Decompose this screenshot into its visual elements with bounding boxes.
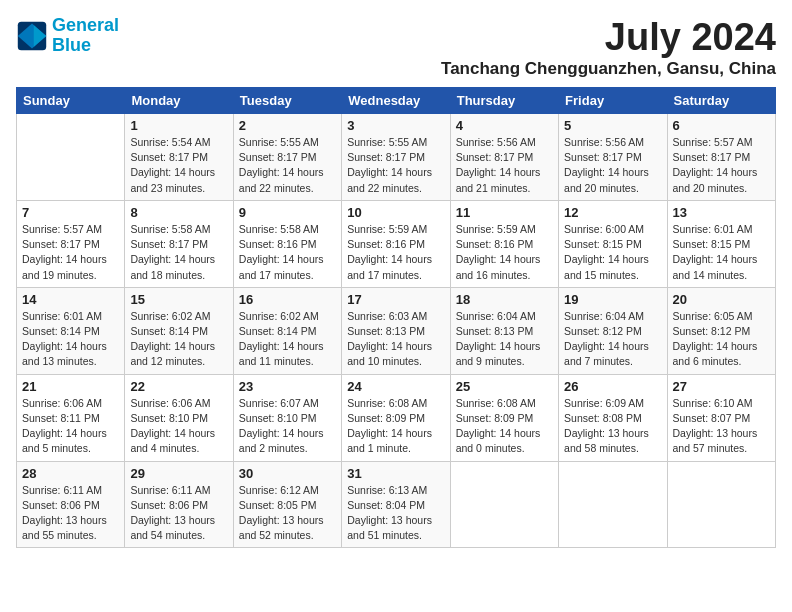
calendar-cell: 22Sunrise: 6:06 AM Sunset: 8:10 PM Dayli… <box>125 374 233 461</box>
day-detail: Sunrise: 5:57 AM Sunset: 8:17 PM Dayligh… <box>673 135 770 196</box>
calendar-cell: 16Sunrise: 6:02 AM Sunset: 8:14 PM Dayli… <box>233 287 341 374</box>
day-number: 14 <box>22 292 119 307</box>
logo-icon <box>16 20 48 52</box>
calendar-cell: 9Sunrise: 5:58 AM Sunset: 8:16 PM Daylig… <box>233 200 341 287</box>
calendar-cell: 17Sunrise: 6:03 AM Sunset: 8:13 PM Dayli… <box>342 287 450 374</box>
day-number: 9 <box>239 205 336 220</box>
calendar-week-row: 1Sunrise: 5:54 AM Sunset: 8:17 PM Daylig… <box>17 114 776 201</box>
day-detail: Sunrise: 5:56 AM Sunset: 8:17 PM Dayligh… <box>564 135 661 196</box>
day-detail: Sunrise: 5:54 AM Sunset: 8:17 PM Dayligh… <box>130 135 227 196</box>
day-number: 20 <box>673 292 770 307</box>
logo-line2: Blue <box>52 35 91 55</box>
day-detail: Sunrise: 6:13 AM Sunset: 8:04 PM Dayligh… <box>347 483 444 544</box>
calendar-cell: 8Sunrise: 5:58 AM Sunset: 8:17 PM Daylig… <box>125 200 233 287</box>
calendar-cell <box>667 461 775 548</box>
day-detail: Sunrise: 6:08 AM Sunset: 8:09 PM Dayligh… <box>347 396 444 457</box>
calendar-cell: 21Sunrise: 6:06 AM Sunset: 8:11 PM Dayli… <box>17 374 125 461</box>
calendar-cell: 1Sunrise: 5:54 AM Sunset: 8:17 PM Daylig… <box>125 114 233 201</box>
logo-text: General Blue <box>52 16 119 56</box>
day-detail: Sunrise: 6:07 AM Sunset: 8:10 PM Dayligh… <box>239 396 336 457</box>
day-number: 2 <box>239 118 336 133</box>
day-number: 23 <box>239 379 336 394</box>
calendar-cell: 3Sunrise: 5:55 AM Sunset: 8:17 PM Daylig… <box>342 114 450 201</box>
day-number: 19 <box>564 292 661 307</box>
calendar-cell: 7Sunrise: 5:57 AM Sunset: 8:17 PM Daylig… <box>17 200 125 287</box>
day-detail: Sunrise: 6:08 AM Sunset: 8:09 PM Dayligh… <box>456 396 553 457</box>
day-number: 6 <box>673 118 770 133</box>
day-number: 4 <box>456 118 553 133</box>
title-block: July 2024 Tanchang Chengguanzhen, Gansu,… <box>441 16 776 79</box>
day-number: 18 <box>456 292 553 307</box>
day-detail: Sunrise: 5:59 AM Sunset: 8:16 PM Dayligh… <box>456 222 553 283</box>
day-header-monday: Monday <box>125 88 233 114</box>
day-detail: Sunrise: 5:58 AM Sunset: 8:17 PM Dayligh… <box>130 222 227 283</box>
calendar-cell: 11Sunrise: 5:59 AM Sunset: 8:16 PM Dayli… <box>450 200 558 287</box>
day-number: 15 <box>130 292 227 307</box>
day-number: 21 <box>22 379 119 394</box>
calendar-cell: 26Sunrise: 6:09 AM Sunset: 8:08 PM Dayli… <box>559 374 667 461</box>
day-number: 22 <box>130 379 227 394</box>
calendar-cell: 28Sunrise: 6:11 AM Sunset: 8:06 PM Dayli… <box>17 461 125 548</box>
day-number: 5 <box>564 118 661 133</box>
calendar-table: SundayMondayTuesdayWednesdayThursdayFrid… <box>16 87 776 548</box>
logo: General Blue <box>16 16 119 56</box>
day-number: 11 <box>456 205 553 220</box>
day-number: 12 <box>564 205 661 220</box>
day-header-friday: Friday <box>559 88 667 114</box>
day-number: 10 <box>347 205 444 220</box>
day-number: 31 <box>347 466 444 481</box>
day-detail: Sunrise: 6:03 AM Sunset: 8:13 PM Dayligh… <box>347 309 444 370</box>
day-number: 3 <box>347 118 444 133</box>
location-title: Tanchang Chengguanzhen, Gansu, China <box>441 59 776 79</box>
day-header-thursday: Thursday <box>450 88 558 114</box>
page-header: General Blue July 2024 Tanchang Chenggua… <box>16 16 776 79</box>
calendar-week-row: 21Sunrise: 6:06 AM Sunset: 8:11 PM Dayli… <box>17 374 776 461</box>
day-number: 24 <box>347 379 444 394</box>
day-detail: Sunrise: 6:02 AM Sunset: 8:14 PM Dayligh… <box>239 309 336 370</box>
calendar-cell <box>450 461 558 548</box>
calendar-cell: 12Sunrise: 6:00 AM Sunset: 8:15 PM Dayli… <box>559 200 667 287</box>
calendar-week-row: 7Sunrise: 5:57 AM Sunset: 8:17 PM Daylig… <box>17 200 776 287</box>
day-detail: Sunrise: 6:05 AM Sunset: 8:12 PM Dayligh… <box>673 309 770 370</box>
day-detail: Sunrise: 5:55 AM Sunset: 8:17 PM Dayligh… <box>347 135 444 196</box>
day-detail: Sunrise: 5:56 AM Sunset: 8:17 PM Dayligh… <box>456 135 553 196</box>
day-number: 29 <box>130 466 227 481</box>
calendar-cell: 31Sunrise: 6:13 AM Sunset: 8:04 PM Dayli… <box>342 461 450 548</box>
day-detail: Sunrise: 5:57 AM Sunset: 8:17 PM Dayligh… <box>22 222 119 283</box>
logo-line1: General <box>52 15 119 35</box>
day-detail: Sunrise: 6:11 AM Sunset: 8:06 PM Dayligh… <box>22 483 119 544</box>
calendar-cell: 5Sunrise: 5:56 AM Sunset: 8:17 PM Daylig… <box>559 114 667 201</box>
calendar-cell: 6Sunrise: 5:57 AM Sunset: 8:17 PM Daylig… <box>667 114 775 201</box>
calendar-cell: 13Sunrise: 6:01 AM Sunset: 8:15 PM Dayli… <box>667 200 775 287</box>
calendar-cell: 20Sunrise: 6:05 AM Sunset: 8:12 PM Dayli… <box>667 287 775 374</box>
day-detail: Sunrise: 5:59 AM Sunset: 8:16 PM Dayligh… <box>347 222 444 283</box>
day-detail: Sunrise: 5:55 AM Sunset: 8:17 PM Dayligh… <box>239 135 336 196</box>
day-detail: Sunrise: 6:12 AM Sunset: 8:05 PM Dayligh… <box>239 483 336 544</box>
day-number: 27 <box>673 379 770 394</box>
calendar-cell: 14Sunrise: 6:01 AM Sunset: 8:14 PM Dayli… <box>17 287 125 374</box>
calendar-cell: 25Sunrise: 6:08 AM Sunset: 8:09 PM Dayli… <box>450 374 558 461</box>
calendar-header-row: SundayMondayTuesdayWednesdayThursdayFrid… <box>17 88 776 114</box>
calendar-cell: 23Sunrise: 6:07 AM Sunset: 8:10 PM Dayli… <box>233 374 341 461</box>
calendar-cell: 29Sunrise: 6:11 AM Sunset: 8:06 PM Dayli… <box>125 461 233 548</box>
day-number: 7 <box>22 205 119 220</box>
day-detail: Sunrise: 6:09 AM Sunset: 8:08 PM Dayligh… <box>564 396 661 457</box>
day-number: 17 <box>347 292 444 307</box>
calendar-cell: 2Sunrise: 5:55 AM Sunset: 8:17 PM Daylig… <box>233 114 341 201</box>
day-detail: Sunrise: 6:00 AM Sunset: 8:15 PM Dayligh… <box>564 222 661 283</box>
day-detail: Sunrise: 6:04 AM Sunset: 8:13 PM Dayligh… <box>456 309 553 370</box>
calendar-cell: 27Sunrise: 6:10 AM Sunset: 8:07 PM Dayli… <box>667 374 775 461</box>
day-header-saturday: Saturday <box>667 88 775 114</box>
day-detail: Sunrise: 6:01 AM Sunset: 8:15 PM Dayligh… <box>673 222 770 283</box>
calendar-cell <box>17 114 125 201</box>
day-detail: Sunrise: 6:10 AM Sunset: 8:07 PM Dayligh… <box>673 396 770 457</box>
day-detail: Sunrise: 5:58 AM Sunset: 8:16 PM Dayligh… <box>239 222 336 283</box>
calendar-cell: 10Sunrise: 5:59 AM Sunset: 8:16 PM Dayli… <box>342 200 450 287</box>
calendar-cell: 15Sunrise: 6:02 AM Sunset: 8:14 PM Dayli… <box>125 287 233 374</box>
day-header-sunday: Sunday <box>17 88 125 114</box>
calendar-cell: 30Sunrise: 6:12 AM Sunset: 8:05 PM Dayli… <box>233 461 341 548</box>
calendar-cell: 24Sunrise: 6:08 AM Sunset: 8:09 PM Dayli… <box>342 374 450 461</box>
calendar-week-row: 28Sunrise: 6:11 AM Sunset: 8:06 PM Dayli… <box>17 461 776 548</box>
day-number: 25 <box>456 379 553 394</box>
day-number: 26 <box>564 379 661 394</box>
